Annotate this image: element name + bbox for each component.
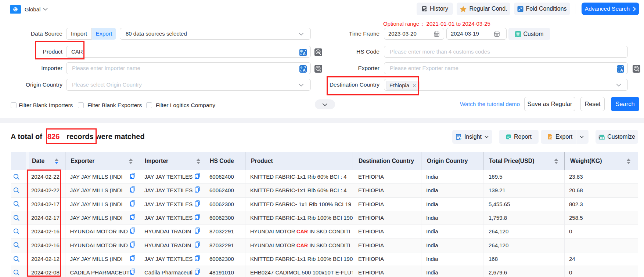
svg-text:A: A [303, 68, 306, 72]
svg-text:BI: BI [459, 137, 461, 140]
svg-text:A: A [620, 68, 623, 72]
svg-text:A: A [303, 51, 306, 56]
